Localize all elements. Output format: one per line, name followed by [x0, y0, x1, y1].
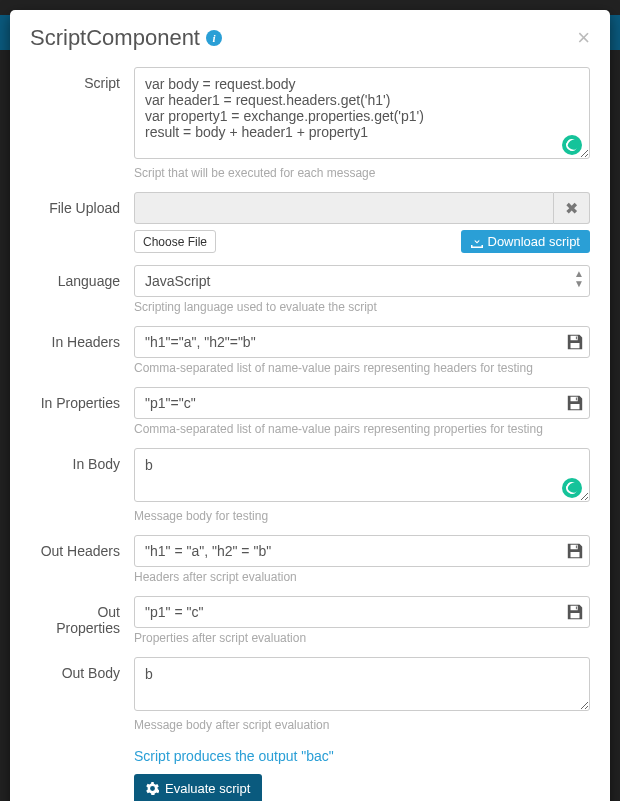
download-script-label: Download script: [488, 234, 581, 249]
file-upload-display: [134, 192, 554, 224]
modal-title: ScriptComponent i: [30, 25, 222, 51]
svg-rect-5: [571, 555, 578, 556]
evaluate-script-button[interactable]: Evaluate script: [134, 774, 262, 801]
out-properties-input[interactable]: [134, 596, 590, 628]
save-icon[interactable]: [566, 603, 584, 621]
inheaders-label: In Headers: [30, 326, 134, 383]
language-label: Language: [30, 265, 134, 322]
script-label: Script: [30, 67, 134, 188]
save-icon[interactable]: [566, 333, 584, 351]
svg-rect-0: [571, 344, 578, 345]
script-output-link[interactable]: Script produces the output "bac": [134, 748, 334, 764]
in-properties-input[interactable]: [134, 387, 590, 419]
inheaders-help: Comma-separated list of name-value pairs…: [134, 361, 590, 375]
script-component-modal: ScriptComponent i × Script Script that w…: [10, 10, 610, 801]
evaluate-script-label: Evaluate script: [165, 781, 250, 796]
grammarly-icon: [562, 135, 582, 155]
language-select[interactable]: JavaScript: [134, 265, 590, 297]
script-textarea[interactable]: [134, 67, 590, 159]
script-help: Script that will be executed for each me…: [134, 166, 590, 180]
out-headers-input[interactable]: [134, 535, 590, 567]
svg-rect-3: [571, 407, 578, 408]
svg-rect-7: [571, 616, 578, 617]
inproperties-help: Comma-separated list of name-value pairs…: [134, 422, 590, 436]
in-body-textarea[interactable]: [134, 448, 590, 502]
file-clear-button[interactable]: ✖: [554, 192, 590, 224]
info-icon[interactable]: i: [206, 30, 222, 46]
close-button[interactable]: ×: [577, 25, 590, 51]
inbody-help: Message body for testing: [134, 509, 590, 523]
save-icon[interactable]: [566, 394, 584, 412]
in-headers-input[interactable]: [134, 326, 590, 358]
svg-rect-6: [571, 614, 578, 615]
fileupload-label: File Upload: [30, 192, 134, 261]
inproperties-label: In Properties: [30, 387, 134, 444]
outheaders-label: Out Headers: [30, 535, 134, 592]
outbody-label: Out Body: [30, 657, 134, 740]
outbody-help: Message body after script evaluation: [134, 718, 590, 732]
outheaders-help: Headers after script evaluation: [134, 570, 590, 584]
download-icon: [471, 236, 483, 248]
save-icon[interactable]: [566, 542, 584, 560]
grammarly-icon: [562, 478, 582, 498]
svg-rect-4: [571, 553, 578, 554]
choose-file-button[interactable]: Choose File: [134, 230, 216, 253]
modal-title-text: ScriptComponent: [30, 25, 200, 51]
download-script-button[interactable]: Download script: [461, 230, 591, 253]
language-help: Scripting language used to evaluate the …: [134, 300, 590, 314]
svg-rect-1: [571, 346, 578, 347]
svg-rect-2: [571, 405, 578, 406]
inbody-label: In Body: [30, 448, 134, 531]
gear-icon: [146, 782, 159, 795]
outproperties-label: Out Properties: [30, 596, 134, 653]
outproperties-help: Properties after script evaluation: [134, 631, 590, 645]
out-body-textarea[interactable]: [134, 657, 590, 711]
